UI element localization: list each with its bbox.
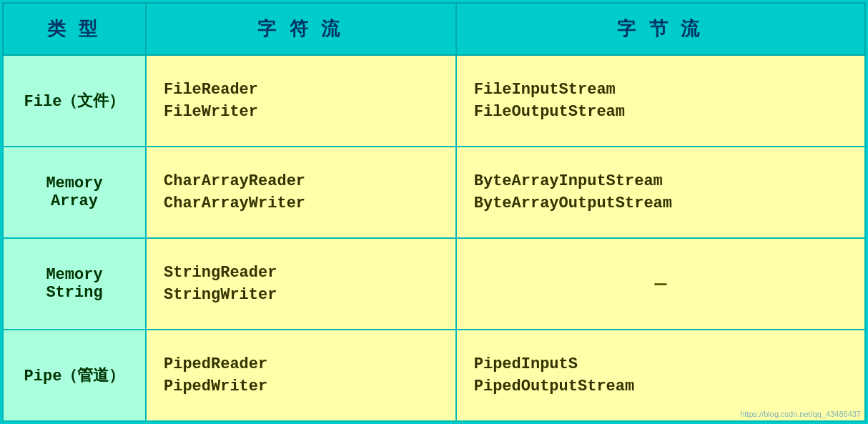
header-row: 类 型 字 符 流 字 节 流	[3, 3, 865, 55]
watermark: https://blog.csdn.net/qq_43486437	[740, 410, 861, 418]
cell-type: File（文件）	[3, 55, 146, 147]
main-container: 类 型 字 符 流 字 节 流 File（文件）FileReaderFileWr…	[0, 0, 868, 424]
cell-byte-stream: —	[456, 238, 865, 330]
byte-stream-item: PipedOutputStream	[474, 378, 847, 395]
char-stream-item: CharArrayReader	[164, 172, 438, 190]
cell-type: Memory String	[3, 238, 146, 330]
io-table: 类 型 字 符 流 字 节 流 File（文件）FileReaderFileWr…	[2, 2, 866, 422]
header-char-stream: 字 符 流	[146, 3, 456, 55]
byte-stream-item: FileInputStream	[474, 81, 847, 99]
char-stream-item: PipedReader	[164, 355, 438, 373]
byte-stream-item: ByteArrayOutputStream	[474, 194, 847, 212]
header-type: 类 型	[3, 3, 146, 55]
cell-byte-stream: PipedInputSPipedOutputStream	[456, 330, 865, 421]
cell-type: Pipe（管道）	[3, 330, 146, 421]
char-stream-item: PipedWriter	[164, 378, 438, 395]
dash-symbol: —	[654, 273, 666, 295]
cell-char-stream: CharArrayReaderCharArrayWriter	[146, 147, 456, 238]
table-row: Pipe（管道）PipedReaderPipedWriterPipedInput…	[3, 330, 865, 421]
byte-stream-item: FileOutputStream	[474, 103, 847, 121]
header-byte-stream: 字 节 流	[456, 3, 865, 55]
table-row: Memory StringStringReaderStringWriter—	[3, 238, 865, 330]
char-stream-item: StringReader	[164, 264, 438, 282]
cell-char-stream: FileReaderFileWriter	[146, 55, 456, 147]
char-stream-item: FileWriter	[164, 103, 438, 121]
char-stream-item: CharArrayWriter	[164, 194, 438, 212]
cell-char-stream: PipedReaderPipedWriter	[146, 330, 456, 421]
byte-stream-item: PipedInputS	[474, 355, 847, 373]
byte-stream-item: ByteArrayInputStream	[474, 172, 847, 190]
table-row: File（文件）FileReaderFileWriterFileInputStr…	[3, 55, 865, 147]
cell-byte-stream: ByteArrayInputStreamByteArrayOutputStrea…	[456, 147, 865, 238]
cell-char-stream: StringReaderStringWriter	[146, 238, 456, 330]
char-stream-item: FileReader	[164, 81, 438, 99]
cell-byte-stream: FileInputStreamFileOutputStream	[456, 55, 865, 147]
char-stream-item: StringWriter	[164, 286, 438, 304]
cell-type: Memory Array	[3, 147, 146, 238]
table-container: 类 型 字 符 流 字 节 流 File（文件）FileReaderFileWr…	[0, 0, 868, 424]
table-row: Memory ArrayCharArrayReaderCharArrayWrit…	[3, 147, 865, 238]
